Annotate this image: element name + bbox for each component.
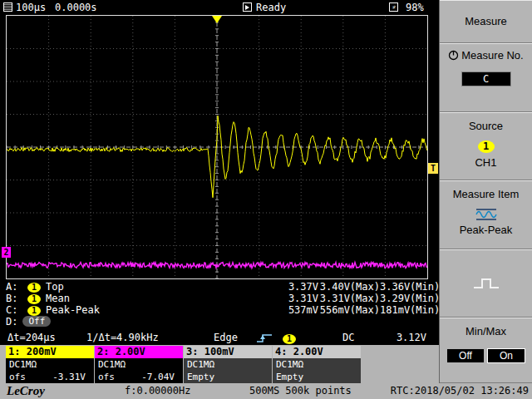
trigger-type: Edge: [214, 332, 238, 344]
delta-t: Δt=204µs: [7, 332, 56, 344]
asterisk-icon: ✳: [389, 2, 398, 12]
measure-no-label: Measure No.: [461, 49, 523, 62]
rtc-clock: RTC:2018/05/02 13:26:49: [391, 385, 529, 397]
channel4-status: Empty: [276, 371, 357, 383]
edge-slope-icon: [255, 332, 273, 344]
waveform-svg: [7, 16, 427, 278]
trigger-source-badge: 1: [283, 334, 296, 344]
channel1-coupling: DC1MΩ: [9, 358, 91, 371]
slot-label: D:: [6, 316, 17, 328]
top-status-bar: 100µs 0.0000s Ready ✳ 98%: [0, 0, 439, 14]
trigger-level-value: 3.12V: [397, 332, 426, 344]
measurement-list: A: 1 Top 3.37V 3.40V(Max) 3.36V(Min) B: …: [6, 281, 438, 328]
slot-label: B:: [6, 293, 27, 304]
measurement-row-c: C: 1 Peak-Peak 537mV 556mV(Max) 181mV(Mi…: [6, 304, 438, 316]
channel4-box[interactable]: 4: 2.00V DC1MΩ Empty: [273, 346, 361, 383]
channel3-coupling: DC1MΩ: [187, 358, 268, 371]
pulse-icon: [472, 276, 500, 291]
minmax-on-button[interactable]: On: [488, 349, 525, 362]
param-value: 537mV: [154, 304, 318, 316]
channel2-level-marker[interactable]: 2: [2, 247, 11, 258]
channel4-scale: 4: 2.00V: [273, 346, 361, 358]
bottom-status-bar: LeCroy f:0.00000Hz 500MS 500k points RTC…: [0, 383, 532, 399]
source-badge: 1: [27, 306, 41, 316]
channel3-scale: 3: 100mV: [184, 346, 272, 358]
source-label: Source: [469, 120, 503, 132]
source-channel-name: CH1: [440, 156, 532, 169]
source-badge: 1: [27, 294, 41, 304]
measure-menu-label: Measure: [465, 15, 507, 27]
channel2-box[interactable]: 2: 2.00V DC1MΩ ofs-7.04V: [95, 346, 183, 383]
knob-icon: [448, 50, 459, 61]
source-channel-badge: 1: [478, 140, 495, 153]
trigger-delay-value: 0.0000s: [55, 2, 97, 13]
waveform-type-section: [440, 249, 532, 318]
param-min: 3.36V(Min): [380, 281, 438, 293]
control-panel: Measure Measure No. C Source 1 CH1 Measu…: [439, 0, 532, 383]
source-section[interactable]: Source 1 CH1: [440, 112, 532, 180]
waveform-display: 2: [6, 15, 428, 279]
slot-label: A:: [6, 281, 27, 293]
brand-logo: LeCroy: [7, 384, 45, 398]
measure-item-label: Measure Item: [453, 188, 519, 200]
sampling-info: 500MS 500k points: [249, 385, 352, 397]
offset-label: ofs: [98, 371, 115, 383]
param-name: Peak-Peak: [46, 304, 154, 316]
offset-value: -3.31V: [52, 371, 86, 383]
frequency-counter: f:0.00000Hz: [125, 385, 190, 397]
measurement-row-d: D: Off: [6, 316, 438, 328]
param-max: 3.31V(Max): [318, 293, 380, 304]
trigger-info-row: Δt=204µs 1/Δt=4.90kHz Edge 1 DC 3.12V: [6, 332, 438, 344]
channel-strip: 1: 200mV DC1MΩ ofs-3.31V 2: 2.00V DC1MΩ …: [0, 345, 439, 383]
param-min: 3.29V(Min): [380, 293, 438, 304]
param-value: 3.37V: [154, 281, 318, 293]
param-name: Top: [46, 281, 154, 293]
play-icon: [243, 2, 252, 12]
param-max: 3.40V(Max): [318, 281, 380, 293]
minmax-off-button[interactable]: Off: [447, 349, 484, 362]
measure-menu-button[interactable]: Measure: [440, 0, 532, 43]
minmax-section: Min/Max Off On: [440, 318, 532, 383]
timebase-icon: [3, 2, 12, 12]
timebase-value: 100µs: [16, 2, 46, 13]
minmax-label: Min/Max: [466, 325, 506, 337]
channel1-box[interactable]: 1: 200mV DC1MΩ ofs-3.31V: [6, 346, 94, 383]
measure-item-value: Peak-Peak: [440, 224, 532, 236]
trigger-position-marker[interactable]: [212, 16, 222, 23]
offset-label: ofs: [9, 371, 26, 383]
param-min: 181mV(Min): [380, 304, 438, 316]
channel4-coupling: DC1MΩ: [276, 358, 357, 371]
channel2-scale: 2: 2.00V: [95, 346, 183, 358]
channel3-status: Empty: [187, 371, 268, 383]
param-name: Mean: [46, 293, 154, 304]
param-value: 3.31V: [154, 293, 318, 304]
measurement-row-b: B: 1 Mean 3.31V 3.31V(Max) 3.29V(Min): [6, 293, 438, 304]
oscilloscope-screen: 100µs 0.0000s Ready ✳ 98% 2 T A: 1 Top 3…: [0, 0, 532, 399]
measurement-off-pill: Off: [22, 316, 51, 327]
channel2-coupling: DC1MΩ: [98, 358, 180, 371]
param-max: 556mV(Max): [318, 304, 380, 316]
offset-value: -7.04V: [141, 371, 175, 383]
channel1-scale: 1: 200mV: [6, 346, 94, 358]
peak-peak-icon: [474, 207, 499, 222]
slot-label: C:: [6, 304, 27, 316]
measurement-row-a: A: 1 Top 3.37V 3.40V(Max) 3.36V(Min): [6, 281, 438, 293]
trigger-level-marker[interactable]: T: [428, 163, 438, 174]
measure-no-value[interactable]: C: [461, 71, 511, 86]
source-badge: 1: [27, 283, 41, 293]
trigger-status: Ready: [256, 2, 286, 13]
channel3-box[interactable]: 3: 100mV DC1MΩ Empty: [184, 346, 272, 383]
measure-no-section: Measure No. C: [440, 43, 532, 112]
measure-item-section[interactable]: Measure Item Peak-Peak: [440, 180, 532, 249]
delta-t-freq: 1/Δt=4.90kHz: [86, 332, 159, 344]
trigger-coupling: DC: [342, 332, 354, 344]
battery-level: 98%: [406, 2, 424, 13]
